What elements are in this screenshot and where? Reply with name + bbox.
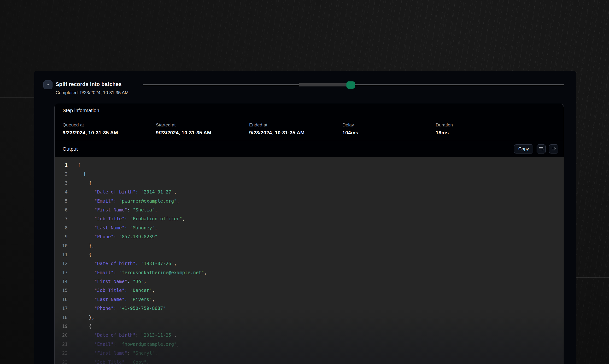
line-content: "Last Name": "Mahoney", xyxy=(68,223,157,232)
line-number: 11 xyxy=(55,250,68,259)
line-content: "Email": "fhoward@example.org", xyxy=(68,340,179,349)
line-content: "Phone": "+1-950-759-8687" xyxy=(68,304,166,313)
step-status: Completed: 9/23/2024, 10:31:35 AM xyxy=(56,90,128,95)
line-content: { xyxy=(68,250,92,259)
line-number: 5 xyxy=(55,197,68,206)
meta-value: 9/23/2024, 10:31:35 AM xyxy=(63,130,156,136)
line-number: 7 xyxy=(55,214,68,223)
line-content: { xyxy=(68,179,92,187)
code-line: 21 "Email": "fhoward@example.org", xyxy=(55,340,564,349)
line-content: "Job Title": "Probation officer", xyxy=(68,214,185,223)
line-number: 1 xyxy=(55,161,68,169)
line-number: 15 xyxy=(55,286,68,295)
step-title: Split records into batches xyxy=(56,81,122,87)
line-content: "Phone": "857.139.8239" xyxy=(68,232,157,241)
line-content: "Email": "pwarner@example.org", xyxy=(68,197,179,206)
code-line: 2 [ xyxy=(55,169,564,178)
line-content: "First Name": "Jo", xyxy=(68,277,147,286)
code-line: 8 "Last Name": "Mahoney", xyxy=(55,223,564,232)
code-line: 9 "Phone": "857.139.8239" xyxy=(55,232,564,241)
output-code-viewer[interactable]: 1[2 [3 {4 "Date of birth": "2014-01-27",… xyxy=(55,157,564,364)
line-content: [ xyxy=(68,169,86,178)
line-number: 23 xyxy=(55,358,68,364)
line-content: }, xyxy=(68,241,95,250)
line-number: 9 xyxy=(55,232,68,241)
meta-label: Queued at xyxy=(63,122,156,128)
slider-handle[interactable] xyxy=(346,81,355,89)
wrap-text-icon xyxy=(539,146,544,151)
code-line: 16 "Last Name": "Rivers", xyxy=(55,295,564,304)
line-number: 17 xyxy=(55,304,68,313)
line-number: 18 xyxy=(55,313,68,322)
meta-field-started-at: Started at 9/23/2024, 10:31:35 AM xyxy=(156,122,249,136)
line-number: 14 xyxy=(55,277,68,286)
copy-button[interactable]: Copy xyxy=(514,144,533,154)
decor-horizontal-line-right xyxy=(576,277,609,278)
meta-value: 18ms xyxy=(436,130,556,136)
line-number: 19 xyxy=(55,322,68,331)
code-line: 23 "Job Title": "Copy", xyxy=(55,358,564,364)
collapse-step-button[interactable] xyxy=(43,80,53,89)
code-line: 6 "First Name": "Shelia", xyxy=(55,206,564,214)
code-line: 18 }, xyxy=(55,313,564,322)
meta-value: 9/23/2024, 10:31:35 AM xyxy=(156,130,249,136)
desktop-background: Split records into batches Completed: 9/… xyxy=(0,0,609,364)
code-line: 15 "Job Title": "Dancer", xyxy=(55,286,564,295)
code-line: 20 "Date of birth": "2013-11-25", xyxy=(55,331,564,339)
line-number: 12 xyxy=(55,259,68,268)
output-actions: Copy xyxy=(514,144,558,154)
scroll-top-icon xyxy=(551,146,556,151)
line-content: "Date of birth": "2013-11-25", xyxy=(68,331,177,339)
code-line: 13 "Email": "fergusonkatherine@example.n… xyxy=(55,268,564,277)
chevron-down-icon xyxy=(46,83,50,87)
card-title: Step information xyxy=(63,107,99,113)
code-line: 14 "First Name": "Jo", xyxy=(55,277,564,286)
meta-label: Delay xyxy=(342,122,436,128)
meta-field-queued-at: Queued at 9/23/2024, 10:31:35 AM xyxy=(63,122,156,136)
decor-vertical-line xyxy=(138,0,138,71)
meta-label: Duration xyxy=(436,122,556,128)
meta-label: Ended at xyxy=(249,122,342,128)
code-line: 4 "Date of birth": "2014-01-27", xyxy=(55,187,564,196)
line-content: "Email": "fergusonkatherine@example.net"… xyxy=(68,268,207,277)
step-detail-panel: Split records into batches Completed: 9/… xyxy=(34,71,576,364)
line-content: { xyxy=(68,322,92,331)
card-header: Step information xyxy=(55,104,564,117)
code-line: 22 "First Name": "Sheryl", xyxy=(55,349,564,358)
line-content: "Job Title": "Dancer", xyxy=(68,286,155,295)
line-number: 3 xyxy=(55,179,68,187)
step-meta-row: Queued at 9/23/2024, 10:31:35 AM Started… xyxy=(55,117,564,141)
line-content: "Date of birth": "1931-07-26", xyxy=(68,259,177,268)
line-number: 22 xyxy=(55,349,68,358)
meta-value: 9/23/2024, 10:31:35 AM xyxy=(249,130,342,136)
output-title: Output xyxy=(63,146,78,152)
step-information-card: Step information Queued at 9/23/2024, 10… xyxy=(55,104,564,364)
meta-value: 104ms xyxy=(342,130,436,136)
line-number: 8 xyxy=(55,223,68,232)
line-number: 21 xyxy=(55,340,68,349)
slider-range-segment xyxy=(299,83,346,86)
meta-field-ended-at: Ended at 9/23/2024, 10:31:35 AM xyxy=(249,122,342,136)
code-lines: 1[2 [3 {4 "Date of birth": "2014-01-27",… xyxy=(55,161,564,364)
code-line: 1[ xyxy=(55,161,564,169)
line-number: 6 xyxy=(55,206,68,214)
wrap-text-button[interactable] xyxy=(537,144,546,154)
line-number: 13 xyxy=(55,268,68,277)
line-number: 16 xyxy=(55,295,68,304)
scroll-top-button[interactable] xyxy=(549,144,558,154)
output-header: Output Copy xyxy=(55,141,564,157)
code-line: 11 { xyxy=(55,250,564,259)
line-number: 2 xyxy=(55,169,68,178)
code-line: 12 "Date of birth": "1931-07-26", xyxy=(55,259,564,268)
meta-field-duration: Duration 18ms xyxy=(436,122,556,136)
meta-label: Started at xyxy=(156,122,249,128)
line-content: }, xyxy=(68,313,95,322)
line-content: "First Name": "Shelia", xyxy=(68,206,157,214)
line-number: 10 xyxy=(55,241,68,250)
line-number: 20 xyxy=(55,331,68,339)
code-line: 17 "Phone": "+1-950-759-8687" xyxy=(55,304,564,313)
decor-horizontal-line-left xyxy=(0,97,34,98)
line-content: [ xyxy=(68,161,81,169)
code-line: 7 "Job Title": "Probation officer", xyxy=(55,214,564,223)
code-line: 19 { xyxy=(55,322,564,331)
